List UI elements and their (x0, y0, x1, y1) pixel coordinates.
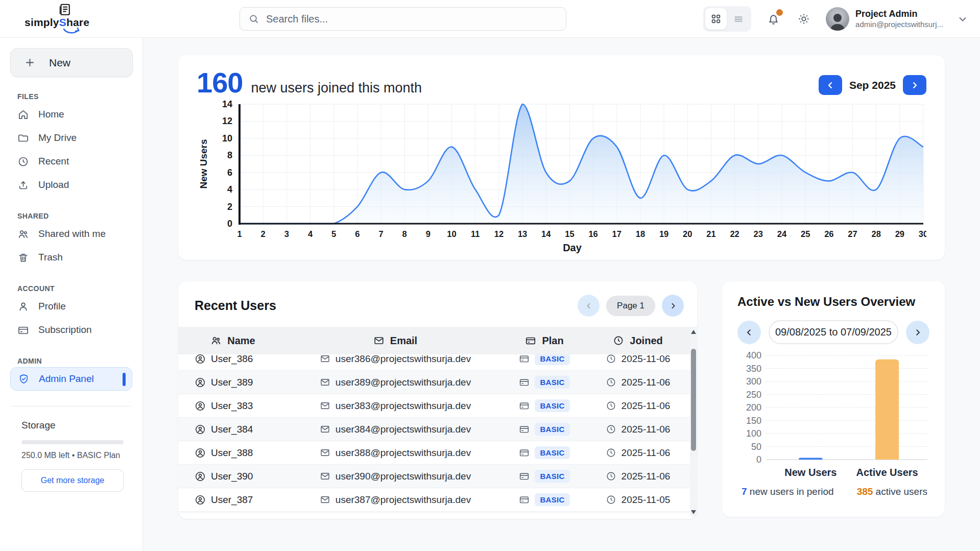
table-row[interactable]: User_389user389@projectswithsurja.devBAS… (178, 371, 697, 394)
credit-card-icon (525, 335, 536, 346)
avatar-icon (195, 400, 206, 412)
sidebar-item-shared-with-me[interactable]: Shared with me (10, 222, 132, 246)
svg-text:14: 14 (541, 229, 551, 238)
sidebar-item-recent[interactable]: Recent (10, 150, 132, 173)
user-joined-cell: 2025-11-06 (586, 354, 690, 370)
settings-button[interactable] (795, 10, 812, 28)
column-header-email[interactable]: Email (288, 327, 503, 354)
sidebar-item-trash[interactable]: Trash (10, 246, 132, 269)
grid-view-button[interactable] (705, 8, 727, 30)
sidebar-item-label: My Drive (38, 132, 77, 143)
user-joined-cell: 2025-11-06 (586, 465, 690, 488)
mail-icon (320, 494, 330, 505)
scrollbar-thumb[interactable] (691, 349, 696, 451)
plan-badge: BASIC (535, 376, 569, 389)
sidebar-item-label: Trash (38, 252, 63, 263)
sidebar-item-upload[interactable]: Upload (10, 173, 132, 197)
svg-text:1: 1 (237, 229, 242, 238)
svg-text:23: 23 (754, 229, 763, 238)
table-row[interactable]: User_386user386@projectswithsurja.devBAS… (178, 354, 697, 371)
notifications-button[interactable] (764, 10, 782, 28)
clock-icon (606, 354, 616, 364)
grid-icon (710, 13, 722, 25)
svg-text:17: 17 (612, 229, 622, 238)
clock-icon (606, 447, 616, 458)
table-row[interactable]: User_383user383@projectswithsurja.devBAS… (178, 394, 697, 418)
table-row[interactable]: User_387user387@projectswithsurja.devBAS… (178, 488, 697, 512)
mail-icon (320, 400, 330, 411)
sidebar-item-my-drive[interactable]: My Drive (10, 126, 132, 150)
clock-icon (17, 156, 29, 167)
credit-card-icon (519, 400, 530, 411)
gear-icon (797, 12, 810, 26)
active-indicator (123, 373, 126, 386)
prev-range-button[interactable] (737, 321, 761, 344)
svg-text:New Users: New Users (198, 139, 209, 188)
next-month-button[interactable] (903, 75, 926, 95)
mail-icon (320, 471, 330, 482)
sidebar-item-admin-panel[interactable]: Admin Panel (10, 367, 132, 391)
sidebar-item-home[interactable]: Home (10, 103, 132, 126)
active-vs-new-bar-chart: 050100150200250300350400New UsersActive … (737, 349, 929, 485)
prev-month-button[interactable] (819, 75, 842, 95)
chevron-down-icon[interactable] (957, 13, 969, 25)
svg-text:14: 14 (222, 99, 232, 109)
svg-text:6: 6 (355, 229, 360, 238)
get-more-storage-button[interactable]: Get more storage (21, 469, 124, 492)
new-button[interactable]: New (10, 48, 133, 77)
document-icon (57, 3, 73, 18)
clipped-next-row (178, 512, 697, 513)
sidebar-item-subscription[interactable]: Subscription (10, 318, 132, 342)
credit-card-icon (519, 377, 530, 388)
scroll-up-arrow[interactable] (691, 330, 696, 334)
table-body: User_386user386@projectswithsurja.devBAS… (178, 354, 697, 513)
list-view-button[interactable] (728, 8, 749, 30)
pagination: Page 1 (578, 295, 684, 317)
svg-text:250: 250 (746, 390, 761, 400)
user-email: admin@projectswithsurj... (855, 20, 943, 30)
svg-text:4: 4 (308, 229, 313, 238)
user-joined-cell: 2025-11-06 (586, 441, 690, 464)
column-header-joined[interactable]: Joined (586, 327, 690, 354)
search-input[interactable] (266, 13, 558, 25)
chevron-left-icon (826, 81, 835, 90)
user-plan-cell: BASIC (503, 465, 586, 488)
scroll-down-arrow[interactable] (691, 510, 696, 514)
column-header-name[interactable]: Name (178, 327, 288, 354)
table-header-row: Name Email Plan Joined (178, 327, 697, 354)
user-plan-cell: BASIC (503, 394, 586, 417)
sidebar-item-profile[interactable]: Profile (10, 295, 132, 318)
credit-card-icon (519, 354, 530, 364)
sidebar: New FILES Home My Drive Recent Upload SH… (0, 38, 143, 551)
svg-text:20: 20 (683, 229, 692, 238)
plan-badge: BASIC (535, 399, 569, 412)
storage-progress-bar (21, 440, 124, 444)
svg-text:12: 12 (494, 229, 504, 238)
chevron-right-icon (669, 302, 677, 310)
next-range-button[interactable] (906, 321, 929, 344)
table-row[interactable]: User_384user384@projectswithsurja.devBAS… (178, 418, 697, 441)
plus-icon (24, 57, 36, 68)
svg-text:100: 100 (746, 428, 761, 439)
table-row[interactable]: User_388user388@projectswithsurja.devBAS… (178, 441, 697, 465)
user-menu[interactable]: Project Admin admin@projectswithsurj... (826, 7, 943, 31)
plan-badge: BASIC (535, 423, 569, 436)
user-email-cell: user386@projectswithsurja.dev (288, 354, 503, 370)
prev-page-button[interactable] (578, 295, 600, 317)
section-label-account: ACCOUNT (17, 284, 132, 293)
view-toggle (703, 6, 751, 32)
search-bar[interactable] (240, 7, 566, 31)
sidebar-item-label: Subscription (38, 324, 92, 336)
table-row[interactable]: User_390user390@projectswithsurja.devBAS… (178, 465, 697, 488)
column-header-plan[interactable]: Plan (503, 327, 586, 354)
new-users-footer: 7 new users in period (742, 486, 834, 497)
plan-badge: BASIC (535, 470, 569, 483)
table-scrollbar[interactable] (690, 327, 697, 517)
section-label-shared: SHARED (17, 212, 132, 220)
new-users-area-chart: 0246810121412345678910111213141516171819… (197, 99, 926, 253)
svg-text:10: 10 (222, 133, 232, 143)
list-icon (733, 13, 744, 25)
next-page-button[interactable] (662, 295, 684, 317)
stat-label: new users joined this month (251, 80, 422, 99)
svg-text:Day: Day (563, 242, 582, 253)
